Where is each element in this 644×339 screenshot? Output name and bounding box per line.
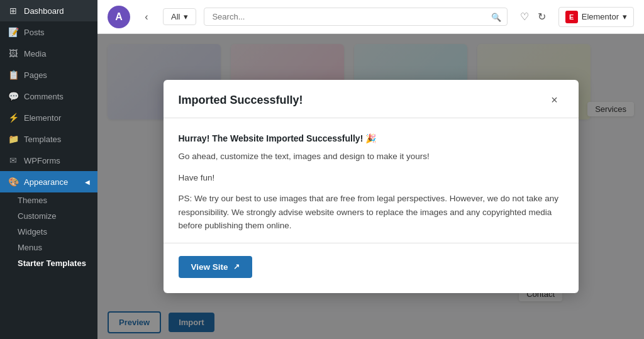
heart-icon[interactable]: ♡: [520, 11, 529, 23]
search-container: 🔍: [204, 8, 507, 26]
refresh-icon[interactable]: ↻: [538, 11, 546, 23]
topbar: A ‹ All ▾ 🔍 ♡ ↻ E Elementor ▾: [97, 0, 644, 34]
appearance-arrow-icon: ◀: [85, 179, 90, 186]
sidebar-sub-item-customize[interactable]: Customize: [0, 208, 97, 224]
sidebar-sub-label: Starter Templates: [18, 258, 86, 268]
elementor-icon: ⚡: [8, 112, 19, 123]
wpforms-icon: ✉: [8, 155, 19, 166]
sidebar-item-label: Pages: [24, 70, 47, 80]
modal-body: Hurray! The Website Imported Successfull…: [164, 118, 579, 233]
modal-overlay: Imported Successfully! × Hurray! The Web…: [97, 34, 644, 339]
sidebar-item-media[interactable]: 🖼 Media: [0, 43, 97, 64]
sidebar-item-appearance[interactable]: 🎨 Appearance ◀: [0, 171, 97, 192]
sidebar-item-label: Appearance: [24, 177, 68, 187]
sidebar-item-wpforms[interactable]: ✉ WPForms: [0, 150, 97, 171]
modal-footer: View Site ↗: [164, 243, 579, 293]
sidebar-item-label: Posts: [24, 28, 45, 37]
sidebar-item-pages[interactable]: 📋 Pages: [0, 64, 97, 86]
sidebar-sub-item-menus[interactable]: Menus: [0, 240, 97, 255]
templates-icon: 📁: [8, 133, 19, 145]
sidebar-item-elementor[interactable]: ⚡ Elementor: [0, 107, 97, 128]
success-modal: Imported Successfully! × Hurray! The Web…: [164, 80, 579, 293]
sidebar-item-comments[interactable]: 💬 Comments: [0, 86, 97, 107]
logo-letter: A: [115, 11, 123, 23]
sidebar-sub-label: Themes: [18, 196, 47, 205]
pages-icon: 📋: [8, 69, 19, 81]
modal-text-2: Have fun!: [179, 171, 564, 185]
media-icon: 🖼: [8, 48, 19, 59]
appearance-icon: 🎨: [8, 176, 19, 187]
filter-dropdown[interactable]: All ▾: [163, 8, 196, 25]
view-site-label: View Site: [191, 262, 228, 272]
view-site-button[interactable]: View Site ↗: [179, 256, 252, 278]
elementor-button[interactable]: E Elementor ▾: [558, 7, 634, 27]
sidebar-item-dashboard[interactable]: ⊞ Dashboard: [0, 0, 97, 21]
sidebar-item-label: Media: [24, 49, 46, 58]
sidebar-item-templates[interactable]: 📁 Templates: [0, 128, 97, 150]
chevron-down-icon: ▾: [623, 12, 627, 21]
logo: A: [108, 6, 130, 28]
content-area: Services Contact Preview Import Imported…: [97, 34, 644, 339]
elementor-label: Elementor: [582, 12, 619, 21]
sidebar-item-label: Dashboard: [24, 6, 64, 16]
sidebar-item-label: Comments: [24, 92, 64, 101]
modal-headline: Hurray! The Website Imported Successfull…: [179, 133, 564, 143]
sidebar-sub-label: Customize: [18, 211, 56, 221]
sidebar-item-label: Elementor: [24, 113, 61, 123]
dropdown-label: All: [171, 12, 180, 21]
modal-text-1: Go ahead, customize the text, images and…: [179, 150, 564, 164]
back-button[interactable]: ‹: [138, 8, 155, 26]
sidebar: ⊞ Dashboard 📝 Posts 🖼 Media 📋 Pages 💬 Co…: [0, 0, 97, 339]
sidebar-sub-item-widgets[interactable]: Widgets: [0, 224, 97, 240]
main-content: A ‹ All ▾ 🔍 ♡ ↻ E Elementor ▾: [97, 0, 644, 339]
sidebar-sub-item-starter-templates[interactable]: Starter Templates: [0, 255, 97, 271]
modal-title: Imported Successfully!: [179, 94, 303, 107]
sidebar-item-label: WPForms: [24, 156, 60, 165]
sidebar-sub-item-themes[interactable]: Themes: [0, 192, 97, 208]
modal-close-button[interactable]: ×: [546, 91, 564, 109]
modal-header: Imported Successfully! ×: [164, 80, 579, 118]
posts-icon: 📝: [8, 26, 19, 38]
sidebar-sub-label: Widgets: [18, 227, 47, 236]
external-link-icon: ↗: [233, 262, 240, 271]
search-input[interactable]: [204, 8, 507, 26]
sidebar-sub-label: Menus: [18, 243, 42, 252]
search-icon: 🔍: [491, 12, 501, 21]
sidebar-item-posts[interactable]: 📝 Posts: [0, 21, 97, 43]
topbar-icons: ♡ ↻: [520, 11, 546, 23]
dashboard-icon: ⊞: [8, 5, 19, 16]
elementor-logo: E: [565, 11, 578, 23]
sidebar-item-label: Templates: [24, 135, 61, 144]
chevron-down-icon: ▾: [184, 12, 188, 21]
modal-text-3: PS: We try our best to use images that a…: [179, 192, 564, 233]
comments-icon: 💬: [8, 91, 19, 102]
